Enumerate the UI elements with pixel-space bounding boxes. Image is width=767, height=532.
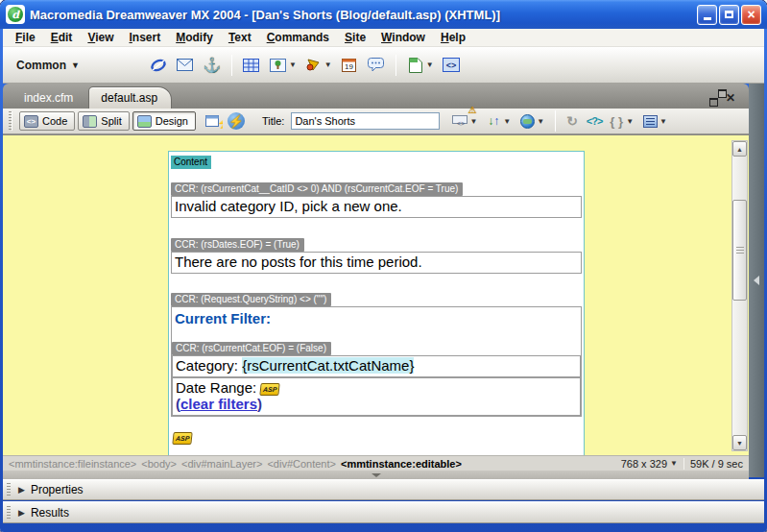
ccr-label[interactable]: CCR: (rsCurrentCat.EOF) = (False) [172,342,331,355]
code-view-button[interactable]: <> Code [19,111,75,131]
minimize-button[interactable] [697,5,717,25]
menu-view[interactable]: View [81,30,120,45]
preview-dropdown-icon[interactable]: ▼ [537,117,544,126]
menu-window[interactable]: Window [374,30,432,45]
refresh-design-view-icon[interactable]: ↻ [563,111,582,131]
clear-filters-link[interactable]: clear filters [180,396,257,412]
date-range-box[interactable]: Date Range: ASP (clear filters) [172,377,581,416]
insert-image-icon[interactable] [265,54,292,77]
insert-category-dropdown[interactable]: Common ▼ [16,59,80,72]
design-view-button[interactable]: Design [132,111,196,131]
conditional-block-no-posts[interactable]: CCR: (rsDates.EOF) = (True) There are no… [171,234,582,274]
split-view-button[interactable]: Split [78,111,129,131]
ccr-label[interactable]: CCR: (rsDates.EOF) = (True) [171,238,304,252]
menu-modify[interactable]: Modify [169,30,220,45]
panel-gripper[interactable] [7,506,11,520]
document-close-icon[interactable]: ✕ [726,92,735,104]
date-icon[interactable]: 19 [336,54,363,77]
text-block[interactable]: There are no posts for this time period. [171,252,582,274]
menu-text[interactable]: Text [222,30,258,45]
dreamweaver-app-icon: d [6,5,25,24]
tag-body[interactable]: <body> [141,458,177,470]
insert-toolbar: Common ▼ ⚓ ▼ ▼ 19 ▼ [3,47,764,84]
window-size-selector[interactable]: 768 x 329 ▼ [621,458,678,470]
scrollbar-track[interactable] [732,301,747,435]
scroll-down-icon[interactable]: ▼ [732,435,747,450]
close-button[interactable]: × [741,5,761,25]
panel-dock-collapse-bar[interactable] [749,84,764,477]
status-separator [683,458,684,470]
expand-triangle-icon[interactable]: ▶ [18,508,25,518]
conditional-block-current-filter[interactable]: CCR: (Request.QueryString) <> ("") Curre… [171,289,582,417]
live-data-view-icon[interactable]: ⚡ [227,111,246,131]
dynamic-token-category[interactable]: {rsCurrentCat.txtCatName} [242,357,414,374]
menu-edit[interactable]: Edit [44,30,80,45]
named-anchor-icon[interactable]: ⚓ [199,54,226,77]
design-view[interactable]: Content CCR: (rsCurrentCat__CatID <> 0) … [3,134,749,455]
tag-div-mainlayer[interactable]: <div#mainLayer> [181,458,262,470]
media-dropdown-arrow-icon[interactable]: ▼ [324,60,332,69]
tab-default-asp[interactable]: default.asp [88,86,172,109]
text-block[interactable]: Invalid category ID, pick a new one. [171,196,582,218]
ccr-label[interactable]: CCR: (Request.QueryString) <> ("") [171,293,331,306]
current-filter-heading[interactable]: Current Filter: [172,307,581,328]
media-icon[interactable] [300,54,327,77]
expand-triangle-icon[interactable]: ▶ [18,485,25,495]
asp-marker-line[interactable]: ASP [171,429,582,447]
file-management-icon[interactable]: ↓↑ [484,111,503,131]
scrollbar-thumb[interactable] [732,200,747,301]
view-options-dropdown-icon[interactable]: ▼ [659,117,667,126]
templates-dropdown-arrow-icon[interactable]: ▼ [426,60,434,69]
check-browser-errors-icon[interactable]: <> ⚠ [450,111,469,131]
tag-div-content[interactable]: <div#Content> [267,458,336,470]
tab-index-cfm[interactable]: index.cfm [12,87,86,109]
properties-panel-header[interactable]: ▶ Properties [3,479,764,500]
editable-region-content[interactable]: Content CCR: (rsCurrentCat__CatID <> 0) … [168,151,585,455]
code-view-label: Code [42,115,67,127]
maximize-button[interactable] [719,5,739,25]
tag-fileinstance[interactable]: <mmtinstance:fileinstance> [9,458,136,470]
toolbar-gripper[interactable] [9,111,12,131]
category-line[interactable]: Category: {rsCurrentCat.txtCatName} [172,355,581,377]
split-view-icon [83,115,97,128]
image-dropdown-arrow-icon[interactable]: ▼ [289,60,297,69]
window-size-dropdown-icon: ▼ [670,459,678,468]
braces-dropdown-icon[interactable]: ▼ [626,117,634,126]
menu-insert[interactable]: Insert [123,30,168,45]
file-management-dropdown-icon[interactable]: ▼ [503,117,511,126]
editable-region-label[interactable]: Content [171,156,211,169]
menu-help[interactable]: Help [434,30,472,45]
templates-icon[interactable] [402,54,429,77]
tag-selector-bar: <mmtinstance:fileinstance> <body> <div#m… [3,455,749,471]
insert-table-icon[interactable] [238,54,265,77]
design-view-icon [137,115,152,128]
comment-icon[interactable] [363,54,390,77]
code-navigation-icon[interactable]: <?> [585,111,604,131]
preview-in-browser-icon[interactable] [517,111,537,131]
view-options-icon[interactable] [640,111,659,131]
document-title-input[interactable] [291,112,440,130]
server-debug-icon[interactable]: ⚡ [204,111,224,131]
braces-icon[interactable]: { } [607,111,626,131]
tag-chooser-icon[interactable]: <> [438,54,465,77]
results-panel-label: Results [31,506,69,520]
svg-text:19: 19 [345,62,353,71]
results-panel-header[interactable]: ▶ Results [3,501,764,523]
ccr-label[interactable]: CCR: (rsCurrentCat__CatID <> 0) AND (rsC… [171,182,463,196]
asp-invisible-element-icon[interactable]: ASP [260,383,281,396]
menu-file[interactable]: File [9,30,42,45]
category-label: Category: [176,357,242,374]
asp-invisible-element-icon[interactable]: ASP [172,432,193,445]
check-browser-dropdown-icon[interactable]: ▼ [469,117,477,126]
document-panel-splitter[interactable] [3,471,749,479]
date-range-line[interactable]: Date Range: ASP [176,379,577,396]
email-link-icon[interactable] [172,54,199,77]
hyperlink-icon[interactable] [145,54,172,77]
tag-editable[interactable]: <mmtinstance:editable> [341,458,462,470]
scroll-up-icon[interactable]: ▲ [732,141,747,157]
menu-site[interactable]: Site [338,30,372,45]
panel-gripper[interactable] [7,483,11,496]
conditional-block-invalid-category[interactable]: CCR: (rsCurrentCat__CatID <> 0) AND (rsC… [171,179,582,218]
menu-commands[interactable]: Commands [260,30,336,45]
vertical-scrollbar[interactable]: ▲ ▼ [731,140,748,451]
